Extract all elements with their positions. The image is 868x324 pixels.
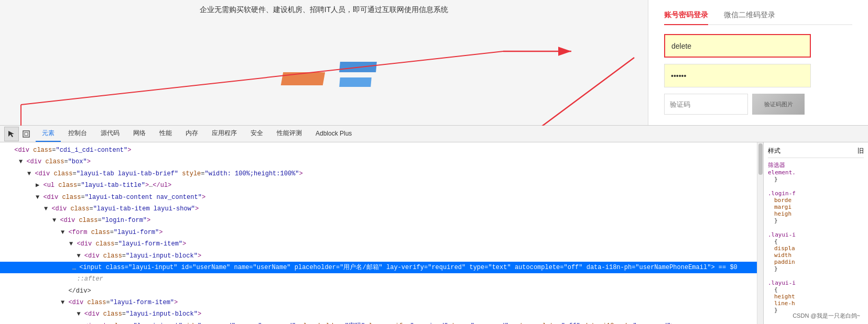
svg-rect-8: [23, 131, 29, 137]
dom-line[interactable]: ▼ <div class="layui-tab layui-tab-brief"…: [0, 168, 757, 180]
diagram-area: [219, 41, 429, 104]
username-input[interactable]: [664, 34, 811, 58]
dom-line[interactable]: ▼ <form class="layui-form">: [0, 227, 757, 238]
dom-line[interactable]: ▼ <div class="login-form">: [0, 215, 757, 226]
scrollbar-thumb[interactable]: [758, 143, 763, 175]
tab-application[interactable]: 应用程序: [205, 126, 243, 142]
page-subtitle: 企业无需购买软硬件、建设机房、招聘IT人员，即可通过互联网使用信息系统: [200, 5, 448, 15]
diagram-node-blue2: [339, 77, 372, 87]
dom-panel[interactable]: <div class="cdi_i_cdi-content"> ▼ <div c…: [0, 142, 757, 324]
dom-line-selected[interactable]: … <input class="layui-input" id="userNam…: [0, 262, 757, 273]
dom-scrollbar[interactable]: [757, 142, 763, 324]
style-element: element.: [768, 169, 864, 176]
devtools-panel: 元素 控制台 源代码 网络 性能 内存 应用程序 安全 性能评测 Adblock…: [0, 125, 868, 324]
style-prop: }: [768, 176, 864, 183]
three-dot-button[interactable]: …: [69, 263, 79, 272]
login-tabs: 账号密码登录 微信二维码登录: [664, 10, 852, 25]
inspect-tool[interactable]: [19, 127, 34, 141]
style-prop: margi: [768, 204, 864, 210]
tab-sources[interactable]: 源代码: [94, 126, 126, 142]
password-input[interactable]: [664, 64, 811, 87]
styles-panel: 样式 旧 筛选器 element. } .login-f borde margi…: [763, 142, 868, 324]
styles-tab-b: 旧: [858, 147, 864, 155]
devtools-tabs: 元素 控制台 源代码 网络 性能 内存 应用程序 安全 性能评测 Adblock…: [34, 126, 360, 142]
dom-line[interactable]: <input class="layui-input" id="password"…: [0, 320, 757, 324]
dom-line[interactable]: ▼ <div class="layui-form-item">: [0, 297, 757, 308]
style-filter: 筛选器: [768, 161, 864, 169]
style-prop: height: [768, 293, 864, 300]
styles-panel-header: 样式 旧: [768, 147, 864, 158]
diagram-node-blue1: [339, 62, 377, 72]
tab-adblock[interactable]: Adblock Plus: [309, 127, 358, 141]
style-layui-i-1: .layui-i: [768, 231, 864, 238]
page-left-content: 企业无需购买软硬件、建设机房、招聘IT人员，即可通过互联网使用信息系统: [0, 0, 648, 126]
devtools-toolbar: 元素 控制台 源代码 网络 性能 内存 应用程序 安全 性能评测 Adblock…: [0, 126, 868, 142]
dom-line[interactable]: ▼ <div class="layui-tab-item layui-show"…: [0, 203, 757, 215]
dom-line[interactable]: <div class="cdi_i_cdi-content">: [0, 144, 757, 156]
dom-line[interactable]: ::after: [0, 273, 757, 285]
style-prop: borde: [768, 197, 864, 204]
tab-console[interactable]: 控制台: [62, 126, 93, 142]
svg-marker-7: [8, 131, 14, 137]
devtools-body: <div class="cdi_i_cdi-content"> ▼ <div c…: [0, 142, 868, 324]
svg-rect-9: [25, 132, 28, 136]
diagram-node-orange: [281, 72, 325, 85]
captcha-image[interactable]: 验证码图片: [752, 94, 805, 115]
captcha-row: 验证码图片: [664, 94, 852, 115]
style-login-f: .login-f: [768, 190, 864, 197]
tab-network[interactable]: 网络: [127, 126, 152, 142]
dom-line[interactable]: ▼ <div class="layui-input-block">: [0, 250, 757, 262]
style-prop: displa: [768, 245, 864, 252]
style-prop: width: [768, 252, 864, 259]
tab-memory[interactable]: 内存: [179, 126, 204, 142]
style-prop: {: [768, 286, 864, 293]
tab-lighthouse[interactable]: 性能评测: [270, 126, 308, 142]
page-preview: 企业无需购买软硬件、建设机房、招聘IT人员，即可通过互联网使用信息系统 账号密码…: [0, 0, 868, 126]
dom-line[interactable]: ▼ <div class="layui-tab-content nav_cont…: [0, 192, 757, 203]
dom-line[interactable]: ▼ <div class="layui-form-item">: [0, 238, 757, 250]
style-prop: paddin: [768, 259, 864, 265]
dom-line[interactable]: ▼ <div class="box">: [0, 156, 757, 167]
styles-label: 样式: [768, 147, 780, 155]
login-panel: 账号密码登录 微信二维码登录 验证码图片: [648, 0, 868, 126]
style-prop: }: [768, 265, 864, 272]
tab-elements[interactable]: 元素: [36, 126, 61, 142]
style-prop: {: [768, 238, 864, 245]
dom-line[interactable]: ▶ <ul class="layui-tab-title">…</ul>: [0, 180, 757, 191]
style-layui-i-2: .layui-i: [768, 280, 864, 286]
dom-line[interactable]: </div>: [0, 285, 757, 297]
tab-security[interactable]: 安全: [244, 126, 269, 142]
tab-account-login[interactable]: 账号密码登录: [664, 10, 708, 25]
cursor-tool[interactable]: [4, 127, 19, 141]
captcha-input[interactable]: [664, 94, 748, 115]
style-prop: line-h: [768, 300, 864, 307]
style-prop: heigh: [768, 210, 864, 217]
tab-wechat-login[interactable]: 微信二维码登录: [724, 10, 775, 20]
tab-performance[interactable]: 性能: [153, 126, 178, 142]
style-prop: }: [768, 217, 864, 224]
dom-line[interactable]: ▼ <div class="layui-input-block">: [0, 308, 757, 320]
watermark: CSDN @我是一只老白鸽~: [793, 312, 860, 320]
